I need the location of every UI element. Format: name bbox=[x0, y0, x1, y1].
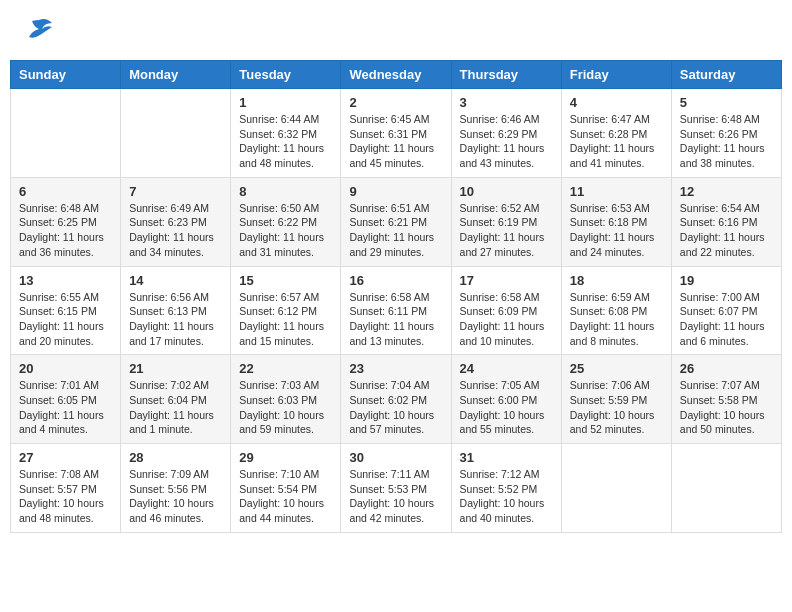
calendar-cell: 27Sunrise: 7:08 AM Sunset: 5:57 PM Dayli… bbox=[11, 444, 121, 533]
calendar-cell: 16Sunrise: 6:58 AM Sunset: 6:11 PM Dayli… bbox=[341, 266, 451, 355]
day-info: Sunrise: 6:44 AM Sunset: 6:32 PM Dayligh… bbox=[239, 112, 332, 171]
day-number: 23 bbox=[349, 361, 442, 376]
day-info: Sunrise: 6:56 AM Sunset: 6:13 PM Dayligh… bbox=[129, 290, 222, 349]
weekday-header-monday: Monday bbox=[121, 61, 231, 89]
calendar-cell: 10Sunrise: 6:52 AM Sunset: 6:19 PM Dayli… bbox=[451, 177, 561, 266]
calendar-cell bbox=[121, 89, 231, 178]
day-number: 30 bbox=[349, 450, 442, 465]
weekday-header-saturday: Saturday bbox=[671, 61, 781, 89]
day-info: Sunrise: 7:09 AM Sunset: 5:56 PM Dayligh… bbox=[129, 467, 222, 526]
day-number: 12 bbox=[680, 184, 773, 199]
calendar-cell: 18Sunrise: 6:59 AM Sunset: 6:08 PM Dayli… bbox=[561, 266, 671, 355]
day-info: Sunrise: 6:58 AM Sunset: 6:11 PM Dayligh… bbox=[349, 290, 442, 349]
day-number: 27 bbox=[19, 450, 112, 465]
day-number: 11 bbox=[570, 184, 663, 199]
day-info: Sunrise: 6:48 AM Sunset: 6:26 PM Dayligh… bbox=[680, 112, 773, 171]
day-number: 26 bbox=[680, 361, 773, 376]
weekday-header-wednesday: Wednesday bbox=[341, 61, 451, 89]
day-number: 20 bbox=[19, 361, 112, 376]
day-info: Sunrise: 6:59 AM Sunset: 6:08 PM Dayligh… bbox=[570, 290, 663, 349]
calendar-cell: 14Sunrise: 6:56 AM Sunset: 6:13 PM Dayli… bbox=[121, 266, 231, 355]
day-number: 22 bbox=[239, 361, 332, 376]
calendar-cell: 12Sunrise: 6:54 AM Sunset: 6:16 PM Dayli… bbox=[671, 177, 781, 266]
calendar-cell bbox=[671, 444, 781, 533]
calendar-week-row: 27Sunrise: 7:08 AM Sunset: 5:57 PM Dayli… bbox=[11, 444, 782, 533]
logo bbox=[20, 15, 54, 45]
calendar-cell: 9Sunrise: 6:51 AM Sunset: 6:21 PM Daylig… bbox=[341, 177, 451, 266]
day-info: Sunrise: 6:50 AM Sunset: 6:22 PM Dayligh… bbox=[239, 201, 332, 260]
calendar-week-row: 20Sunrise: 7:01 AM Sunset: 6:05 PM Dayli… bbox=[11, 355, 782, 444]
calendar-cell: 28Sunrise: 7:09 AM Sunset: 5:56 PM Dayli… bbox=[121, 444, 231, 533]
day-info: Sunrise: 6:57 AM Sunset: 6:12 PM Dayligh… bbox=[239, 290, 332, 349]
day-info: Sunrise: 7:05 AM Sunset: 6:00 PM Dayligh… bbox=[460, 378, 553, 437]
day-number: 16 bbox=[349, 273, 442, 288]
day-number: 18 bbox=[570, 273, 663, 288]
day-info: Sunrise: 6:53 AM Sunset: 6:18 PM Dayligh… bbox=[570, 201, 663, 260]
logo-bird-icon bbox=[24, 15, 54, 45]
day-number: 8 bbox=[239, 184, 332, 199]
day-number: 31 bbox=[460, 450, 553, 465]
day-info: Sunrise: 6:52 AM Sunset: 6:19 PM Dayligh… bbox=[460, 201, 553, 260]
day-info: Sunrise: 7:01 AM Sunset: 6:05 PM Dayligh… bbox=[19, 378, 112, 437]
day-info: Sunrise: 7:07 AM Sunset: 5:58 PM Dayligh… bbox=[680, 378, 773, 437]
day-info: Sunrise: 7:11 AM Sunset: 5:53 PM Dayligh… bbox=[349, 467, 442, 526]
day-info: Sunrise: 6:58 AM Sunset: 6:09 PM Dayligh… bbox=[460, 290, 553, 349]
calendar-cell bbox=[11, 89, 121, 178]
calendar-cell: 5Sunrise: 6:48 AM Sunset: 6:26 PM Daylig… bbox=[671, 89, 781, 178]
day-info: Sunrise: 6:47 AM Sunset: 6:28 PM Dayligh… bbox=[570, 112, 663, 171]
calendar-cell: 24Sunrise: 7:05 AM Sunset: 6:00 PM Dayli… bbox=[451, 355, 561, 444]
day-info: Sunrise: 6:49 AM Sunset: 6:23 PM Dayligh… bbox=[129, 201, 222, 260]
calendar-cell: 11Sunrise: 6:53 AM Sunset: 6:18 PM Dayli… bbox=[561, 177, 671, 266]
calendar-week-row: 1Sunrise: 6:44 AM Sunset: 6:32 PM Daylig… bbox=[11, 89, 782, 178]
calendar-table: SundayMondayTuesdayWednesdayThursdayFrid… bbox=[10, 60, 782, 533]
day-number: 6 bbox=[19, 184, 112, 199]
day-number: 19 bbox=[680, 273, 773, 288]
calendar-cell: 6Sunrise: 6:48 AM Sunset: 6:25 PM Daylig… bbox=[11, 177, 121, 266]
day-number: 7 bbox=[129, 184, 222, 199]
calendar-cell: 4Sunrise: 6:47 AM Sunset: 6:28 PM Daylig… bbox=[561, 89, 671, 178]
weekday-header-tuesday: Tuesday bbox=[231, 61, 341, 89]
calendar-cell: 19Sunrise: 7:00 AM Sunset: 6:07 PM Dayli… bbox=[671, 266, 781, 355]
day-info: Sunrise: 6:45 AM Sunset: 6:31 PM Dayligh… bbox=[349, 112, 442, 171]
page-header bbox=[10, 10, 782, 50]
day-number: 25 bbox=[570, 361, 663, 376]
day-info: Sunrise: 7:02 AM Sunset: 6:04 PM Dayligh… bbox=[129, 378, 222, 437]
calendar-cell: 29Sunrise: 7:10 AM Sunset: 5:54 PM Dayli… bbox=[231, 444, 341, 533]
day-info: Sunrise: 7:12 AM Sunset: 5:52 PM Dayligh… bbox=[460, 467, 553, 526]
day-number: 10 bbox=[460, 184, 553, 199]
weekday-header-sunday: Sunday bbox=[11, 61, 121, 89]
day-number: 28 bbox=[129, 450, 222, 465]
calendar-cell: 31Sunrise: 7:12 AM Sunset: 5:52 PM Dayli… bbox=[451, 444, 561, 533]
calendar-week-row: 6Sunrise: 6:48 AM Sunset: 6:25 PM Daylig… bbox=[11, 177, 782, 266]
day-number: 9 bbox=[349, 184, 442, 199]
day-info: Sunrise: 7:08 AM Sunset: 5:57 PM Dayligh… bbox=[19, 467, 112, 526]
day-number: 2 bbox=[349, 95, 442, 110]
day-number: 29 bbox=[239, 450, 332, 465]
calendar-cell: 8Sunrise: 6:50 AM Sunset: 6:22 PM Daylig… bbox=[231, 177, 341, 266]
calendar-cell: 23Sunrise: 7:04 AM Sunset: 6:02 PM Dayli… bbox=[341, 355, 451, 444]
calendar-cell: 25Sunrise: 7:06 AM Sunset: 5:59 PM Dayli… bbox=[561, 355, 671, 444]
calendar-cell: 26Sunrise: 7:07 AM Sunset: 5:58 PM Dayli… bbox=[671, 355, 781, 444]
day-number: 13 bbox=[19, 273, 112, 288]
calendar-cell: 17Sunrise: 6:58 AM Sunset: 6:09 PM Dayli… bbox=[451, 266, 561, 355]
calendar-cell: 15Sunrise: 6:57 AM Sunset: 6:12 PM Dayli… bbox=[231, 266, 341, 355]
day-info: Sunrise: 7:03 AM Sunset: 6:03 PM Dayligh… bbox=[239, 378, 332, 437]
day-info: Sunrise: 6:54 AM Sunset: 6:16 PM Dayligh… bbox=[680, 201, 773, 260]
day-number: 4 bbox=[570, 95, 663, 110]
day-number: 1 bbox=[239, 95, 332, 110]
calendar-header-row: SundayMondayTuesdayWednesdayThursdayFrid… bbox=[11, 61, 782, 89]
day-info: Sunrise: 6:48 AM Sunset: 6:25 PM Dayligh… bbox=[19, 201, 112, 260]
day-info: Sunrise: 7:10 AM Sunset: 5:54 PM Dayligh… bbox=[239, 467, 332, 526]
day-number: 5 bbox=[680, 95, 773, 110]
calendar-cell: 7Sunrise: 6:49 AM Sunset: 6:23 PM Daylig… bbox=[121, 177, 231, 266]
day-number: 14 bbox=[129, 273, 222, 288]
day-number: 15 bbox=[239, 273, 332, 288]
day-info: Sunrise: 6:51 AM Sunset: 6:21 PM Dayligh… bbox=[349, 201, 442, 260]
day-info: Sunrise: 7:04 AM Sunset: 6:02 PM Dayligh… bbox=[349, 378, 442, 437]
calendar-cell: 1Sunrise: 6:44 AM Sunset: 6:32 PM Daylig… bbox=[231, 89, 341, 178]
day-number: 24 bbox=[460, 361, 553, 376]
calendar-cell: 3Sunrise: 6:46 AM Sunset: 6:29 PM Daylig… bbox=[451, 89, 561, 178]
weekday-header-friday: Friday bbox=[561, 61, 671, 89]
calendar-cell: 13Sunrise: 6:55 AM Sunset: 6:15 PM Dayli… bbox=[11, 266, 121, 355]
day-info: Sunrise: 7:06 AM Sunset: 5:59 PM Dayligh… bbox=[570, 378, 663, 437]
